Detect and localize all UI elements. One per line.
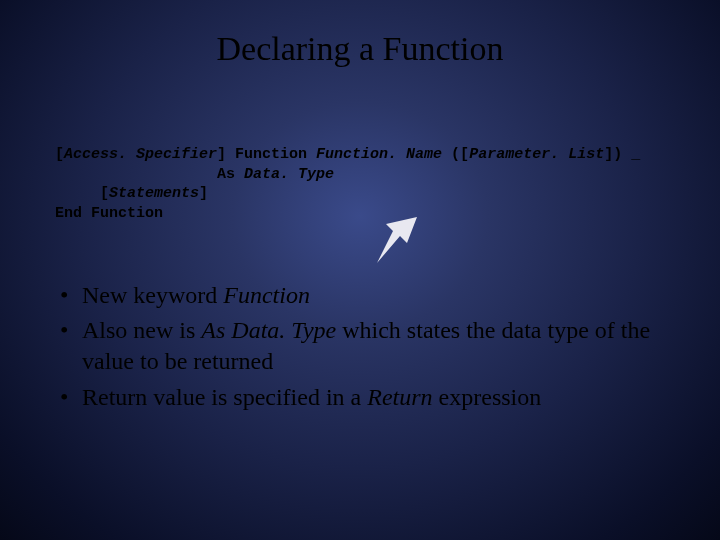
code-line-2: As Data. Type: [55, 166, 334, 183]
code-line-1: [Access. Specifier] Function Function. N…: [55, 146, 640, 163]
code-text: [: [55, 146, 64, 163]
bullet-emphasis-as-datatype: As Data. Type: [201, 317, 336, 343]
code-text: ([: [442, 146, 469, 163]
bullet-emphasis-return: Return: [367, 384, 432, 410]
code-syntax-block: [Access. Specifier] Function Function. N…: [55, 145, 680, 223]
code-text: ]) _: [604, 146, 640, 163]
slide: Declaring a Function [Access. Specifier]…: [0, 0, 720, 540]
bullet-text: Return value is specified in a: [82, 384, 367, 410]
code-placeholder-parameter-list: Parameter. List: [469, 146, 604, 163]
code-line-3: [Statements]: [55, 185, 208, 202]
bullet-item-3: Return value is specified in a Return ex…: [58, 382, 670, 413]
code-placeholder-statements: Statements: [109, 185, 199, 202]
bullet-text: Also new is: [82, 317, 201, 343]
bullet-text: New keyword: [82, 282, 223, 308]
code-placeholder-function-name: Function. Name: [316, 146, 442, 163]
bullet-item-1: New keyword Function: [58, 280, 670, 311]
code-line-4: End Function: [55, 205, 163, 222]
bullet-text: expression: [433, 384, 542, 410]
code-text: ]: [199, 185, 208, 202]
bullet-item-2: Also new is As Data. Type which states t…: [58, 315, 670, 377]
code-text: As: [55, 166, 244, 183]
page-title: Declaring a Function: [0, 30, 720, 68]
arrow-icon: [375, 215, 425, 265]
code-text: [: [55, 185, 109, 202]
code-placeholder-access-specifier: Access. Specifier: [64, 146, 217, 163]
bullet-list: New keyword Function Also new is As Data…: [58, 280, 670, 417]
code-placeholder-data-type: Data. Type: [244, 166, 334, 183]
code-text: ] Function: [217, 146, 316, 163]
svg-marker-0: [377, 217, 417, 263]
bullet-emphasis-function: Function: [223, 282, 310, 308]
